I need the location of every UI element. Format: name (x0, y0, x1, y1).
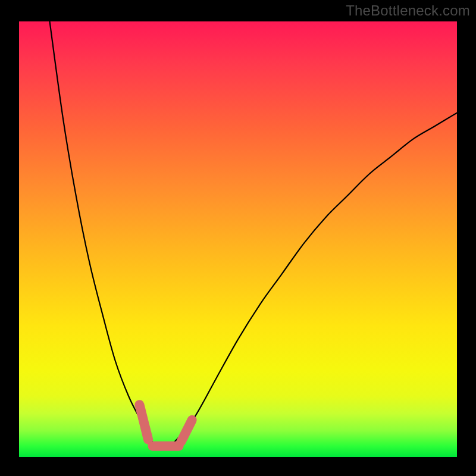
curve-layer (19, 21, 457, 457)
plot-area (19, 21, 457, 457)
watermark-text: TheBottleneck.com (346, 2, 470, 19)
bottleneck-curve (50, 21, 458, 448)
highlight-segment (139, 405, 148, 440)
highlight-markers (139, 405, 192, 446)
chart-frame: TheBottleneck.com (0, 0, 476, 476)
highlight-segment (181, 420, 192, 442)
